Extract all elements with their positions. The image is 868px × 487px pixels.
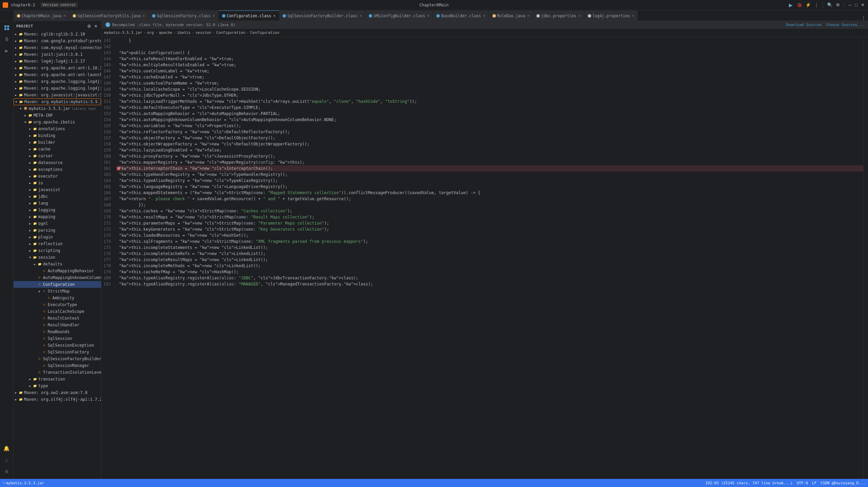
settings-button[interactable]: ⚙	[835, 2, 841, 8]
tree-item-maven--org-apache-logging-log4j-log4j-api-2-11-2[interactable]: ▶📁Maven: org.apache.logging.log4j:log4j-…	[14, 78, 101, 85]
tree-item-maven--org-apache-logging-log4j-log4j-core-2-11-2[interactable]: ▶📁Maven: org.apache.logging.log4j:log4j-…	[14, 85, 101, 92]
tree-item-builder[interactable]: ▶📁builder	[14, 139, 101, 146]
settings-left-icon[interactable]: ⚙	[1, 466, 12, 477]
choose-sources-link[interactable]: Choose Sources...	[826, 23, 864, 27]
tree-item-cache[interactable]: ▶📁cache	[14, 146, 101, 153]
minimize-button[interactable]: ─	[848, 2, 852, 8]
tab-roledao[interactable]: RoleDao.java✕	[489, 10, 533, 21]
sidebar-close-icon[interactable]: ✕	[93, 23, 98, 29]
tree-item-maven--org-javassist-javassist-3-24-1-ga[interactable]: ▶📁Maven: org.javassist:javassist:3.24.1-…	[14, 92, 101, 98]
encoding-info[interactable]: UTF-8	[797, 481, 808, 485]
tree-item-ognl[interactable]: ▶📁ognl	[14, 220, 101, 227]
tree-item-scripting[interactable]: ▶📁scripting	[14, 247, 101, 254]
commit-icon[interactable]	[1, 34, 12, 45]
tree-item-meta-inf[interactable]: ▶📁META-INF	[14, 112, 101, 119]
version-control[interactable]: Version control	[40, 2, 78, 7]
download-sources-link[interactable]: Download Sources	[786, 23, 822, 27]
tree-item-sqlsessionexception[interactable]: ©SqlSessionException	[14, 342, 101, 349]
tree-item-mybatis-3-5-3-jar[interactable]: ▼📦mybatis-3.5.3.jarlibrary root	[14, 105, 101, 112]
search-button[interactable]: 🔍	[826, 2, 833, 8]
breadcrumb-item-5[interactable]: Configuration	[216, 30, 245, 35]
tab-sqlsessionfactory[interactable]: SqlSessionFactory.class✕	[149, 10, 219, 21]
tree-item-executor[interactable]: ▶📁executor	[14, 173, 101, 180]
debug-button[interactable]: 🐞	[796, 2, 803, 8]
tree-item-sqlsessionfactory[interactable]: ©SqlSessionFactory	[14, 349, 101, 355]
tree-item-localcachescope[interactable]: ©LocalCacheScope	[14, 308, 101, 315]
tab-jdbcproperties[interactable]: jdbc.properties✕	[533, 10, 584, 21]
tree-item-maven--com-mysql-mysql-connector-j-8-0-33[interactable]: ▶📁Maven: com.mysql:mysql-connector-j:8.0…	[14, 44, 101, 51]
tree-item-defaults[interactable]: ▶📁defaults	[14, 261, 101, 268]
breadcrumb-item-1[interactable]: org	[147, 30, 154, 35]
run-button[interactable]: ▶	[788, 2, 794, 8]
tree-item-configuration[interactable]: ©Configuration	[14, 281, 101, 288]
tab-configuration[interactable]: Configuration.class✕	[219, 10, 279, 21]
tree-item-strictmap[interactable]: ▶©StrictMap	[14, 288, 101, 295]
branch-info[interactable]: ⑂ mybatis-3.5.3.jar	[3, 481, 44, 485]
tree-item-parsing[interactable]: ▶📁parsing	[14, 227, 101, 234]
tab-basebuilder[interactable]: BaseBuilder.class✕	[433, 10, 489, 21]
breadcrumb-item-6[interactable]: Configuration	[250, 30, 279, 35]
profile-button[interactable]: ⚡	[805, 2, 812, 8]
tab-sqlsessionfactoryutils[interactable]: SqlSessionFactoryUtils.java✕	[69, 10, 149, 21]
tab-log4j[interactable]: log4j.properties✕	[584, 10, 638, 21]
tab-xmlconfigbuilder[interactable]: XMLConfigBuilder.class✕	[365, 10, 433, 21]
tree-item-maven--log4j-log4j-1-2-17[interactable]: ▶📁Maven: log4j:log4j:1.2.17	[14, 58, 101, 65]
tabs-more-button[interactable]: ⋮	[859, 15, 868, 21]
breadcrumb-item-2[interactable]: apache	[159, 30, 172, 35]
tab-sqlsessionfactorybuilder[interactable]: SqlSessionFactoryBuilder.class✕	[279, 10, 365, 21]
tree-item-maven--com-google-protobuf-protobuf-java-3-21-9[interactable]: ▶📁Maven: com.google.protobuf:protobuf-ja…	[14, 38, 101, 44]
line-number-148: 148	[101, 80, 114, 86]
maximize-button[interactable]: □	[854, 2, 858, 8]
breadcrumb-item-3[interactable]: ibatis	[177, 30, 191, 35]
tree-item-javassist[interactable]: ▶📁javassist	[14, 186, 101, 193]
tree-item-cursor[interactable]: ▶📁cursor	[14, 153, 101, 159]
tree-item-mapping[interactable]: ▶📁mapping	[14, 213, 101, 220]
tree-item-ambiguity[interactable]: ©Ambiguity	[14, 295, 101, 301]
tree-item-resulthandler[interactable]: ©ResultHandler	[14, 322, 101, 328]
tree-item-maven--org-mybatis-mybatis-3-5-3[interactable]: ▼📂Maven: org.mybatis:mybatis:3.5.3	[14, 98, 101, 105]
sidebar-tree[interactable]: ▶📁Maven: cglib:cglib:3.2.10▶📁Maven: com.…	[14, 31, 101, 479]
tree-item-automappingunknowncolumnbehavior[interactable]: ©AutoMappingUnknownColumnBehavior	[14, 274, 101, 281]
tree-item-plugin[interactable]: ▶📁plugin	[14, 234, 101, 240]
tree-item-maven--junit-junit-3-8-1[interactable]: ▶📁Maven: junit:junit:3.8.1	[14, 51, 101, 58]
run-icon[interactable]: ▶	[1, 45, 12, 56]
tree-item-maven--org-slf4j-slf4j-api-1-7-26[interactable]: ▶📁Maven: org.slf4j:slf4j-api:1.7.26	[14, 396, 101, 403]
tree-item-session[interactable]: ▼📂session	[14, 254, 101, 261]
notifications-icon[interactable]: 🔔	[1, 443, 12, 454]
project-view-icon[interactable]	[1, 22, 12, 33]
tree-item-transaction[interactable]: ▶📁transaction	[14, 376, 101, 382]
tree-item-sqlsession[interactable]: ©SqlSession	[14, 335, 101, 342]
tree-item-maven--org-apache-ant-ant-1-10-3[interactable]: ▶📁Maven: org.apache.ant:ant:1.10.3	[14, 65, 101, 71]
tree-item-jdbc[interactable]: ▶📁jdbc	[14, 193, 101, 200]
tree-item-type[interactable]: ▶📁type	[14, 382, 101, 389]
code-content[interactable]: } "kw">public Configuration() { "kw">thi…	[116, 37, 863, 479]
tree-item-automappingbehavior[interactable]: ©AutoMappingBehavior	[14, 268, 101, 274]
tree-item-io[interactable]: ▶📁io	[14, 180, 101, 186]
tree-item-org-apache-ibatis[interactable]: ▼📂org.apache.ibatis	[14, 119, 101, 125]
tree-item-sqlsessionfactorybuilder[interactable]: ©SqlSessionFactoryBuilder	[14, 355, 101, 362]
line-separator[interactable]: LF	[812, 481, 816, 485]
tree-item-datasource[interactable]: ▶📁datasource	[14, 159, 101, 166]
tree-item-exceptions[interactable]: ▶📁exceptions	[14, 166, 101, 173]
tree-item-maven--org-ow2-asm-asm-7-0[interactable]: ▶📁Maven: org.ow2.asm:asm:7.0	[14, 389, 101, 396]
tree-item-annotations[interactable]: ▶📁annotations	[14, 125, 101, 132]
problems-icon[interactable]: ⚠	[1, 455, 12, 465]
tree-item-executortype[interactable]: ©ExecutorType	[14, 301, 101, 308]
breadcrumb-item-0[interactable]: mybatis-3.5.3.jar	[104, 30, 142, 35]
tree-item-logging[interactable]: ▶📁logging	[14, 207, 101, 213]
tree-item-reflection[interactable]: ▶📁reflection	[14, 240, 101, 247]
tree-item-transactionisolationlevel[interactable]: ©TransactionIsolationLevel	[14, 369, 101, 376]
tree-item-binding[interactable]: ▶📁binding	[14, 132, 101, 139]
tree-item-lang[interactable]: ▶📁lang	[14, 200, 101, 207]
more-button[interactable]: ⋮	[814, 2, 819, 8]
tab-chapter6main[interactable]: Chapter6Main.java✕	[14, 10, 69, 21]
close-button[interactable]: ✕	[860, 2, 865, 8]
tree-item-rowbounds[interactable]: ©RowBounds	[14, 328, 101, 335]
tree-item-resultcontext[interactable]: ©ResultContext	[14, 315, 101, 322]
tree-item-sqlsessionmanager[interactable]: ©SqlSessionManager	[14, 362, 101, 369]
tree-item-maven--cglib-cglib-3-2-10[interactable]: ▶📁Maven: cglib:cglib:3.2.10	[14, 31, 101, 38]
sidebar-gear-icon[interactable]: ⚙	[87, 23, 92, 29]
breadcrumb-item-4[interactable]: session	[195, 30, 211, 35]
tree-item-maven--org-apache-ant-ant-launcher-1-10-3[interactable]: ▶📁Maven: org.apache.ant:ant-launcher:1.1…	[14, 71, 101, 78]
svg-point-4	[6, 38, 8, 40]
